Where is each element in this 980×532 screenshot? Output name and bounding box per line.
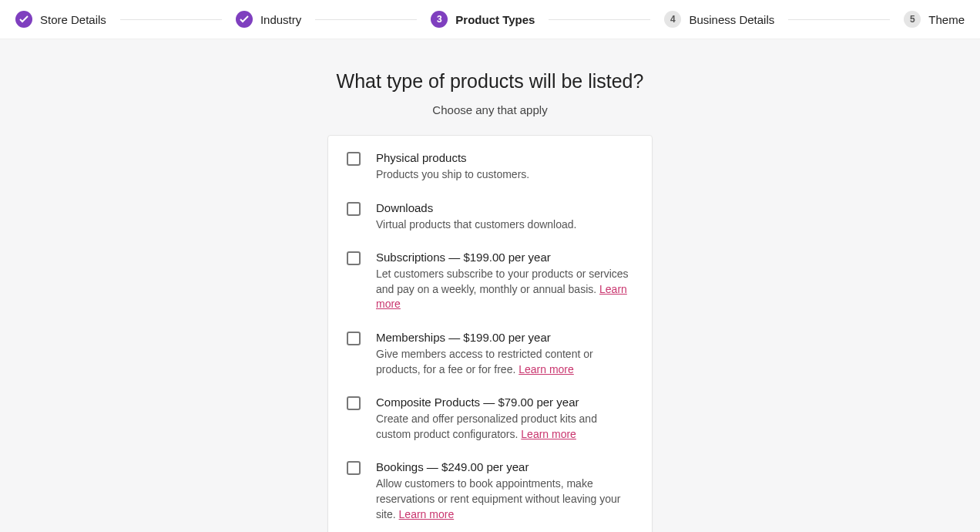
checkbox[interactable] [347,202,361,216]
option-description: Products you ship to customers. [376,167,633,183]
option-body: Memberships — $199.00 per year Give memb… [376,331,633,377]
option-memberships[interactable]: Memberships — $199.00 per year Give memb… [347,331,633,377]
option-downloads[interactable]: Downloads Virtual products that customer… [347,201,633,233]
step-separator [120,19,222,20]
checkbox[interactable] [347,461,361,475]
option-title: Bookings — $249.00 per year [376,460,633,473]
option-bookings[interactable]: Bookings — $249.00 per year Allow custom… [347,460,633,522]
step-separator [788,19,890,20]
step-label: Store Details [40,13,106,26]
checkbox[interactable] [347,332,361,345]
step-industry[interactable]: Industry [236,11,301,28]
step-theme[interactable]: 5 Theme [904,11,965,28]
option-body: Downloads Virtual products that customer… [376,201,633,233]
option-description: Let customers subscribe to your products… [376,267,633,312]
option-title: Physical products [376,151,633,164]
step-number-icon: 4 [664,11,681,28]
learn-more-link[interactable]: Learn more [519,363,574,375]
step-number-icon: 3 [431,11,448,28]
step-business-details[interactable]: 4 Business Details [664,11,774,28]
main-content: What type of products will be listed? Ch… [0,39,980,532]
learn-more-link[interactable]: Learn more [521,428,576,440]
check-icon [236,11,253,28]
learn-more-link[interactable]: Learn more [399,508,455,520]
option-composite-products[interactable]: Composite Products — $79.00 per year Cre… [347,396,633,442]
step-number-icon: 5 [904,11,921,28]
option-subscriptions[interactable]: Subscriptions — $199.00 per year Let cus… [347,251,633,312]
option-physical-products[interactable]: Physical products Products you ship to c… [347,151,633,183]
option-description: Create and offer personalized product ki… [376,412,633,442]
checkbox[interactable] [347,396,361,410]
option-title: Downloads [376,201,633,214]
check-icon [15,11,32,28]
step-label: Theme [928,13,965,26]
step-separator [549,19,650,20]
step-product-types[interactable]: 3 Product Types [431,11,535,28]
option-body: Physical products Products you ship to c… [376,151,633,183]
checkbox[interactable] [347,251,361,265]
step-label: Product Types [455,13,535,26]
step-separator [315,19,417,20]
option-title: Memberships — $199.00 per year [376,331,633,344]
option-description: Allow customers to book appointments, ma… [376,476,633,522]
page-subtitle: Choose any that apply [0,103,980,116]
wizard-stepper: Store Details Industry 3 Product Types 4… [0,0,980,39]
step-store-details[interactable]: Store Details [15,11,106,28]
option-body: Bookings — $249.00 per year Allow custom… [376,460,633,522]
step-label: Business Details [689,13,774,26]
option-description: Virtual products that customers download… [376,217,633,233]
option-body: Subscriptions — $199.00 per year Let cus… [376,251,633,312]
step-label: Industry [260,13,301,26]
page-title: What type of products will be listed? [0,70,980,93]
option-title: Subscriptions — $199.00 per year [376,251,633,264]
option-title: Composite Products — $79.00 per year [376,396,633,409]
option-body: Composite Products — $79.00 per year Cre… [376,396,633,442]
checkbox[interactable] [347,152,361,166]
option-description: Give members access to restricted conten… [376,347,633,377]
product-types-card: Physical products Products you ship to c… [327,135,653,532]
